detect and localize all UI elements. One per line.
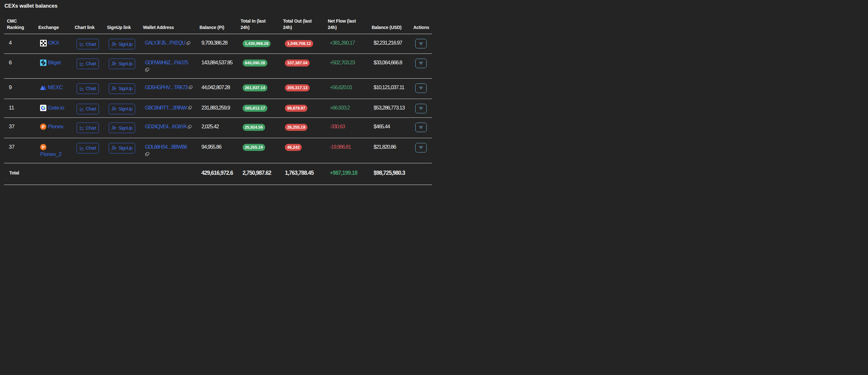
svg-text:P: P xyxy=(42,145,45,149)
svg-text:P: P xyxy=(42,124,45,129)
